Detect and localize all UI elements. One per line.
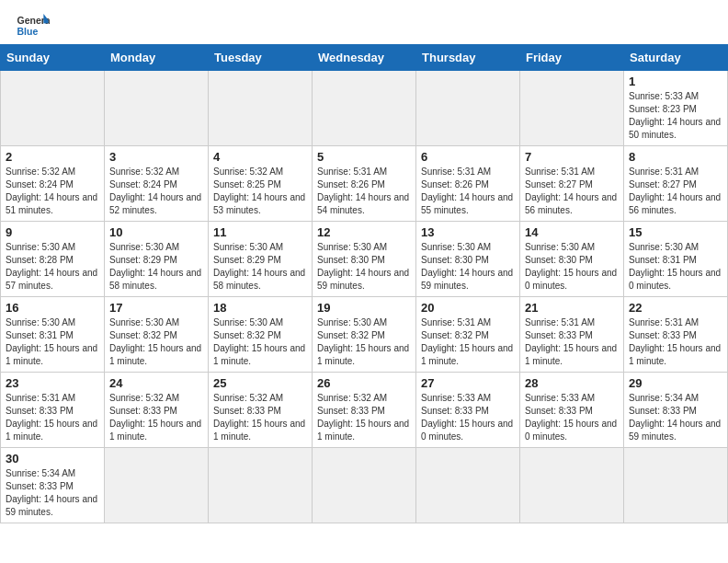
weekday-header-wednesday: Wednesday <box>313 45 416 71</box>
calendar-cell: 12Sunrise: 5:30 AM Sunset: 8:30 PM Dayli… <box>313 222 416 297</box>
calendar-cell: 22Sunrise: 5:31 AM Sunset: 8:33 PM Dayli… <box>624 297 728 373</box>
calendar-table: SundayMondayTuesdayWednesdayThursdayFrid… <box>0 44 728 523</box>
calendar-cell: 3Sunrise: 5:32 AM Sunset: 8:24 PM Daylig… <box>105 146 209 222</box>
day-number: 27 <box>421 376 515 390</box>
calendar-cell: 8Sunrise: 5:31 AM Sunset: 8:27 PM Daylig… <box>624 146 728 222</box>
day-number: 4 <box>213 150 307 164</box>
calendar-week-row: 1Sunrise: 5:33 AM Sunset: 8:23 PM Daylig… <box>1 71 728 146</box>
calendar-cell: 24Sunrise: 5:32 AM Sunset: 8:33 PM Dayli… <box>105 373 209 448</box>
day-info: Sunrise: 5:30 AM Sunset: 8:32 PM Dayligh… <box>317 316 411 368</box>
calendar-cell: 15Sunrise: 5:30 AM Sunset: 8:31 PM Dayli… <box>624 222 728 297</box>
day-info: Sunrise: 5:31 AM Sunset: 8:33 PM Dayligh… <box>6 392 99 443</box>
day-number: 19 <box>317 301 411 315</box>
calendar-cell: 19Sunrise: 5:30 AM Sunset: 8:32 PM Dayli… <box>313 297 416 373</box>
calendar-cell <box>209 448 313 523</box>
calendar-cell: 5Sunrise: 5:31 AM Sunset: 8:26 PM Daylig… <box>313 146 416 222</box>
calendar-week-row: 2Sunrise: 5:32 AM Sunset: 8:24 PM Daylig… <box>1 146 728 222</box>
calendar-cell: 16Sunrise: 5:30 AM Sunset: 8:31 PM Dayli… <box>1 297 105 373</box>
weekday-header-sunday: Sunday <box>1 45 105 71</box>
day-number: 30 <box>6 452 99 465</box>
calendar-cell: 29Sunrise: 5:34 AM Sunset: 8:33 PM Dayli… <box>624 373 728 448</box>
calendar-cell: 1Sunrise: 5:33 AM Sunset: 8:23 PM Daylig… <box>624 71 728 146</box>
calendar-week-row: 30Sunrise: 5:34 AM Sunset: 8:33 PM Dayli… <box>1 448 728 523</box>
logo-icon: GeneralBlue <box>17 13 50 39</box>
day-number: 15 <box>629 225 722 239</box>
calendar-cell: 26Sunrise: 5:32 AM Sunset: 8:33 PM Dayli… <box>313 373 416 448</box>
weekday-header-thursday: Thursday <box>416 45 520 71</box>
day-number: 5 <box>317 150 411 164</box>
day-info: Sunrise: 5:30 AM Sunset: 8:30 PM Dayligh… <box>525 241 619 293</box>
day-number: 21 <box>525 301 619 315</box>
day-info: Sunrise: 5:31 AM Sunset: 8:27 PM Dayligh… <box>525 166 619 217</box>
day-info: Sunrise: 5:31 AM Sunset: 8:26 PM Dayligh… <box>317 166 411 217</box>
calendar-week-row: 16Sunrise: 5:30 AM Sunset: 8:31 PM Dayli… <box>1 297 728 373</box>
day-info: Sunrise: 5:32 AM Sunset: 8:33 PM Dayligh… <box>109 392 203 443</box>
day-info: Sunrise: 5:34 AM Sunset: 8:33 PM Dayligh… <box>6 467 99 519</box>
day-info: Sunrise: 5:30 AM Sunset: 8:28 PM Dayligh… <box>6 241 99 293</box>
calendar-cell: 6Sunrise: 5:31 AM Sunset: 8:26 PM Daylig… <box>416 146 520 222</box>
day-info: Sunrise: 5:33 AM Sunset: 8:33 PM Dayligh… <box>525 392 619 443</box>
day-number: 9 <box>6 225 99 239</box>
day-number: 3 <box>109 150 203 164</box>
day-info: Sunrise: 5:31 AM Sunset: 8:33 PM Dayligh… <box>629 316 722 368</box>
day-info: Sunrise: 5:30 AM Sunset: 8:29 PM Dayligh… <box>213 241 307 293</box>
calendar-cell: 27Sunrise: 5:33 AM Sunset: 8:33 PM Dayli… <box>416 373 520 448</box>
calendar-cell: 17Sunrise: 5:30 AM Sunset: 8:32 PM Dayli… <box>105 297 209 373</box>
day-number: 29 <box>629 376 722 390</box>
day-number: 6 <box>421 150 515 164</box>
calendar-cell <box>520 448 624 523</box>
day-info: Sunrise: 5:33 AM Sunset: 8:23 PM Dayligh… <box>629 90 722 142</box>
calendar-cell <box>520 71 624 146</box>
calendar-cell: 28Sunrise: 5:33 AM Sunset: 8:33 PM Dayli… <box>520 373 624 448</box>
calendar-cell <box>416 71 520 146</box>
calendar-cell <box>1 71 105 146</box>
calendar-week-row: 9Sunrise: 5:30 AM Sunset: 8:28 PM Daylig… <box>1 222 728 297</box>
day-number: 26 <box>317 376 411 390</box>
svg-rect-3 <box>43 20 48 24</box>
calendar-cell: 21Sunrise: 5:31 AM Sunset: 8:33 PM Dayli… <box>520 297 624 373</box>
calendar-cell: 20Sunrise: 5:31 AM Sunset: 8:32 PM Dayli… <box>416 297 520 373</box>
weekday-header-monday: Monday <box>105 45 209 71</box>
calendar-cell <box>313 448 416 523</box>
day-number: 20 <box>421 301 515 315</box>
day-number: 2 <box>6 150 99 164</box>
calendar-cell: 13Sunrise: 5:30 AM Sunset: 8:30 PM Dayli… <box>416 222 520 297</box>
calendar-cell: 4Sunrise: 5:32 AM Sunset: 8:25 PM Daylig… <box>209 146 313 222</box>
day-info: Sunrise: 5:32 AM Sunset: 8:24 PM Dayligh… <box>6 166 99 217</box>
day-info: Sunrise: 5:31 AM Sunset: 8:27 PM Dayligh… <box>629 166 722 217</box>
calendar-cell <box>209 71 313 146</box>
day-number: 25 <box>213 376 307 390</box>
day-number: 8 <box>629 150 722 164</box>
page-header: GeneralBlue <box>0 0 728 44</box>
calendar-cell: 14Sunrise: 5:30 AM Sunset: 8:30 PM Dayli… <box>520 222 624 297</box>
day-info: Sunrise: 5:30 AM Sunset: 8:31 PM Dayligh… <box>629 241 722 293</box>
day-number: 14 <box>525 225 619 239</box>
calendar-cell: 10Sunrise: 5:30 AM Sunset: 8:29 PM Dayli… <box>105 222 209 297</box>
weekday-header-saturday: Saturday <box>624 45 728 71</box>
day-info: Sunrise: 5:32 AM Sunset: 8:24 PM Dayligh… <box>109 166 203 217</box>
calendar-week-row: 23Sunrise: 5:31 AM Sunset: 8:33 PM Dayli… <box>1 373 728 448</box>
weekday-header-tuesday: Tuesday <box>209 45 313 71</box>
day-number: 23 <box>6 376 99 390</box>
calendar-cell <box>313 71 416 146</box>
logo: GeneralBlue <box>17 13 50 39</box>
day-info: Sunrise: 5:33 AM Sunset: 8:33 PM Dayligh… <box>421 392 515 443</box>
day-number: 12 <box>317 225 411 239</box>
day-number: 1 <box>629 75 722 88</box>
day-number: 11 <box>213 225 307 239</box>
day-number: 18 <box>213 301 307 315</box>
day-info: Sunrise: 5:30 AM Sunset: 8:32 PM Dayligh… <box>213 316 307 368</box>
day-number: 7 <box>525 150 619 164</box>
day-number: 13 <box>421 225 515 239</box>
day-number: 22 <box>629 301 722 315</box>
calendar-cell <box>105 448 209 523</box>
calendar-cell: 25Sunrise: 5:32 AM Sunset: 8:33 PM Dayli… <box>209 373 313 448</box>
weekday-header-friday: Friday <box>520 45 624 71</box>
day-info: Sunrise: 5:30 AM Sunset: 8:30 PM Dayligh… <box>421 241 515 293</box>
day-info: Sunrise: 5:31 AM Sunset: 8:33 PM Dayligh… <box>525 316 619 368</box>
day-info: Sunrise: 5:31 AM Sunset: 8:32 PM Dayligh… <box>421 316 515 368</box>
calendar-cell <box>105 71 209 146</box>
calendar-cell: 18Sunrise: 5:30 AM Sunset: 8:32 PM Dayli… <box>209 297 313 373</box>
calendar-cell: 7Sunrise: 5:31 AM Sunset: 8:27 PM Daylig… <box>520 146 624 222</box>
day-number: 28 <box>525 376 619 390</box>
